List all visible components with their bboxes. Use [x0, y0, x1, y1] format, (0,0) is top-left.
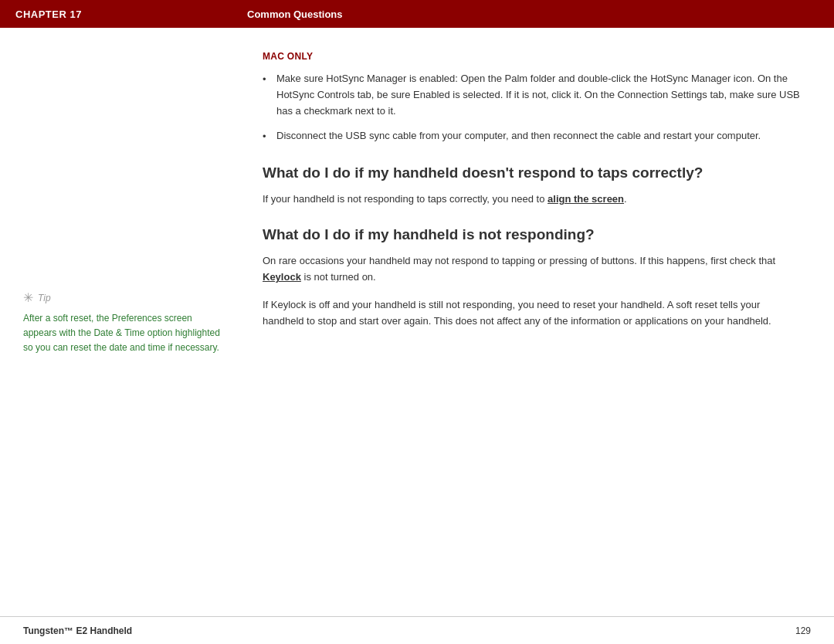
tip-section: ✳ Tip After a soft reset, the Preference…: [23, 290, 224, 356]
main-content: ✳ Tip After a soft reset, the Preference…: [0, 28, 834, 616]
header-bar: CHAPTER 17 Common Questions: [0, 0, 834, 28]
footer-brand: Tungsten™ E2 Handheld: [23, 625, 132, 636]
para2-after: is not turned on.: [301, 271, 376, 283]
footer: Tungsten™ E2 Handheld 129: [0, 616, 834, 644]
para-taps: If your handheld is not responding to ta…: [263, 191, 803, 207]
heading-taps: What do I do if my handheld doesn't resp…: [263, 164, 803, 183]
heading-not-responding: What do I do if my handheld is not respo…: [263, 225, 803, 245]
para1-before: If your handheld is not responding to ta…: [263, 193, 548, 205]
para-soft-reset: If Keylock is off and your handheld is s…: [263, 297, 803, 330]
keylock-link[interactable]: Keylock: [263, 271, 301, 283]
bullet-section: • Make sure HotSync Manager is enabled: …: [263, 71, 803, 145]
tip-text: After a soft reset, the Preferences scre…: [23, 311, 224, 356]
chapter-label: CHAPTER 17: [15, 8, 247, 20]
bullet-dot-1: •: [263, 72, 276, 119]
section-title: Common Questions: [247, 8, 343, 20]
bullet-text-1: Make sure HotSync Manager is enabled: Op…: [276, 71, 803, 119]
bullet-text-2: Disconnect the USB sync cable from your …: [276, 128, 761, 145]
para-keylock: On rare occasions your handheld may not …: [263, 253, 803, 286]
bullet-item-1: • Make sure HotSync Manager is enabled: …: [263, 71, 803, 119]
brand-name: Tungsten™ E2: [23, 625, 87, 636]
content-area: MAC ONLY • Make sure HotSync Manager is …: [247, 28, 834, 616]
page-number: 129: [795, 625, 811, 636]
para1-after: .: [624, 193, 627, 205]
mac-only-label: MAC ONLY: [263, 51, 803, 62]
tip-header: ✳ Tip: [23, 290, 224, 305]
tip-label: Tip: [38, 293, 51, 303]
align-screen-link[interactable]: align the screen: [548, 193, 624, 205]
para2-before: On rare occasions your handheld may not …: [263, 255, 775, 266]
sidebar: ✳ Tip After a soft reset, the Preference…: [0, 28, 247, 616]
brand-suffix: Handheld: [87, 625, 132, 636]
bullet-item-2: • Disconnect the USB sync cable from you…: [263, 128, 803, 145]
bullet-dot-2: •: [263, 129, 276, 145]
tip-star-icon: ✳: [23, 290, 33, 305]
